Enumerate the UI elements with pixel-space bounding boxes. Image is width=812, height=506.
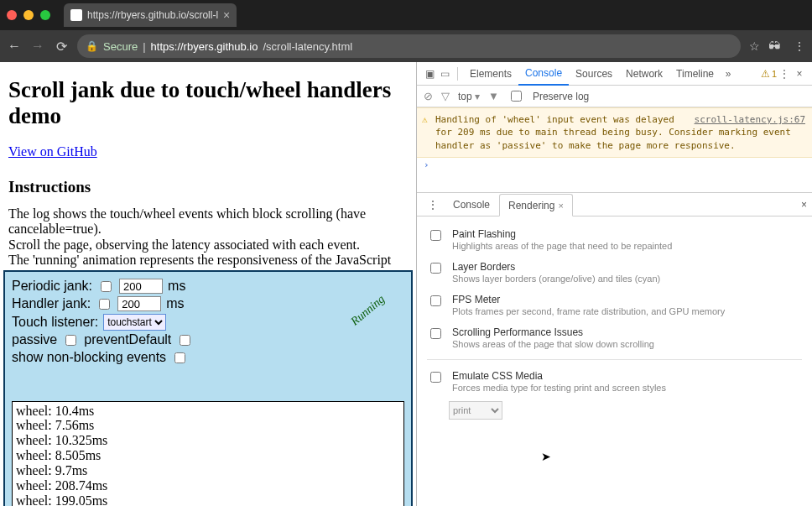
close-window-icon[interactable] (7, 10, 17, 20)
rendering-panel: Paint Flashing Highlights areas of the p… (417, 216, 812, 426)
reload-button[interactable]: ⟳ (54, 39, 69, 55)
drawer-tab-rendering-label: Rendering (508, 200, 554, 211)
filter-icon[interactable]: ▽ (441, 90, 450, 102)
drawer-menu-icon[interactable]: ⋮ (422, 198, 444, 211)
menu-icon[interactable]: ⋮ (794, 39, 805, 53)
warning-count[interactable]: 1 (761, 68, 777, 80)
clear-console-icon[interactable]: ⊘ (424, 90, 433, 102)
tab-sources[interactable]: Sources (569, 62, 619, 86)
layer-borders-checkbox[interactable] (430, 263, 441, 274)
address-bar[interactable]: 🔒 Secure | https://rbyers.github.io/scro… (77, 34, 741, 58)
layer-borders-sub: Shows layer borders (orange/olive) and t… (452, 274, 660, 284)
passive-checkbox[interactable] (65, 335, 76, 346)
close-drawer-tab-icon[interactable]: × (558, 201, 563, 211)
console-output: scroll-latency.js:67 Handling of 'wheel'… (417, 107, 812, 172)
tab-elements[interactable]: Elements (463, 62, 518, 86)
inspect-icon[interactable]: ▣ (422, 68, 437, 80)
tab-timeline[interactable]: Timeline (669, 62, 721, 86)
paint-flashing-sub: Highlights areas of the page that need t… (452, 241, 672, 251)
browser-toolbar: ← → ⟳ 🔒 Secure | https://rbyers.github.i… (0, 30, 812, 62)
log-line: wheel: 208.74ms (16, 478, 400, 493)
tab-title: https://rbyers.github.io/scroll-l (87, 9, 218, 21)
back-button[interactable]: ← (7, 39, 22, 54)
scroll-perf-checkbox[interactable] (430, 328, 441, 339)
devtools-close-icon[interactable]: × (792, 68, 807, 80)
handler-jank-label: Handler jank: (12, 296, 91, 311)
drawer-tabbar: ⋮ Console Rendering × × (417, 193, 812, 216)
emulate-css-media-title: Emulate CSS Media (452, 370, 543, 382)
log-line: wheel: 10.4ms (16, 404, 400, 419)
drawer-tab-console[interactable]: Console (444, 193, 499, 216)
console-prompt[interactable]: › (417, 158, 812, 172)
console-warning[interactable]: scroll-latency.js:67 Handling of 'wheel'… (417, 107, 812, 158)
periodic-jank-checkbox[interactable] (101, 281, 112, 292)
url-path: /scroll-latency.html (263, 40, 353, 53)
instructions-para-3: The 'running' animation represents the r… (8, 253, 408, 268)
instructions-para-2: Scroll the page, observing the latency a… (8, 237, 408, 253)
prevent-default-label: preventDefault (84, 332, 171, 347)
periodic-jank-label: Periodic jank: (12, 279, 92, 294)
maximize-window-icon[interactable] (40, 10, 50, 20)
page-viewport[interactable]: Scroll jank due to touch/wheel handlers … (0, 62, 417, 506)
lock-icon: 🔒 (86, 40, 98, 52)
console-toolbar: ⊘ ▽ top ▼ Preserve log (417, 86, 812, 107)
log-line: wheel: 7.56ms (16, 418, 400, 433)
drawer-tab-rendering[interactable]: Rendering × (499, 194, 573, 216)
devtools-menu-icon[interactable]: ⋮ (777, 68, 792, 80)
log-line: wheel: 10.325ms (16, 433, 400, 448)
device-toggle-icon[interactable]: ▭ (437, 68, 452, 80)
minimize-window-icon[interactable] (23, 10, 34, 20)
close-tab-icon[interactable]: × (223, 8, 230, 22)
warning-source[interactable]: scroll-latency.js:67 (695, 113, 805, 126)
window-controls (7, 10, 50, 20)
fps-meter-sub: Plots frames per second, frame rate dist… (452, 306, 725, 316)
log-line: wheel: 199.05ms (16, 493, 400, 506)
instructions-para-1: The log shows the touch/wheel events whi… (8, 206, 408, 237)
more-tabs-icon[interactable]: » (721, 68, 736, 80)
css-media-select[interactable]: print (449, 401, 502, 420)
forward-button: → (30, 39, 45, 54)
browser-tab[interactable]: https://rbyers.github.io/scroll-l × (64, 3, 237, 27)
level-selector-icon[interactable]: ▼ (488, 90, 499, 102)
scroll-perf-sub: Shows areas of the page that slow down s… (452, 339, 654, 349)
touch-listener-select[interactable]: touchstart (103, 314, 166, 331)
fps-meter-checkbox[interactable] (430, 295, 441, 306)
periodic-jank-unit: ms (168, 279, 185, 294)
github-link[interactable]: View on GitHub (8, 144, 97, 159)
tab-console[interactable]: Console (518, 62, 569, 86)
paint-flashing-checkbox[interactable] (430, 230, 441, 241)
log-line: wheel: 9.7ms (16, 463, 400, 478)
favicon-icon (70, 9, 82, 21)
emulate-css-media-checkbox[interactable] (430, 372, 441, 383)
handler-jank-checkbox[interactable] (99, 299, 110, 310)
handler-jank-input[interactable] (117, 296, 161, 311)
paint-flashing-title: Paint Flashing (452, 228, 516, 240)
preserve-log-checkbox[interactable] (511, 91, 522, 102)
demo-panel: Running Periodic jank: ms Handler jank: … (3, 270, 413, 506)
drawer-close-icon[interactable]: × (801, 199, 807, 211)
emulate-css-media-sub: Forces media type for testing print and … (452, 383, 666, 393)
context-selector[interactable]: top (458, 91, 480, 102)
star-icon[interactable]: ☆ (749, 39, 760, 53)
tab-network[interactable]: Network (619, 62, 669, 86)
preserve-log-label: Preserve log (533, 91, 589, 102)
instructions-heading: Instructions (8, 178, 408, 196)
handler-jank-unit: ms (166, 296, 184, 311)
fps-meter-title: FPS Meter (452, 294, 500, 305)
layer-borders-title: Layer Borders (452, 261, 515, 273)
secure-label: Secure (103, 40, 138, 53)
show-nonblocking-label: show non-blocking events (12, 350, 166, 365)
devtools-tabbar: ▣ ▭ Elements Console Sources Network Tim… (417, 62, 812, 86)
scroll-perf-title: Scrolling Performance Issues (452, 326, 583, 338)
incognito-icon: 🕶 (768, 39, 785, 53)
devtools-drawer: ⋮ Console Rendering × × Paint Flashing H… (417, 192, 812, 506)
prevent-default-checkbox[interactable] (180, 335, 190, 346)
event-log[interactable]: wheel: 10.4ms wheel: 7.56ms wheel: 10.32… (12, 401, 404, 506)
devtools-panel: ▣ ▭ Elements Console Sources Network Tim… (417, 62, 812, 506)
touch-listener-label: Touch listener: (12, 315, 98, 330)
periodic-jank-input[interactable] (119, 279, 163, 294)
page-title: Scroll jank due to touch/wheel handlers … (8, 77, 408, 129)
show-nonblocking-checkbox[interactable] (174, 352, 185, 363)
log-line: wheel: 8.505ms (16, 448, 400, 463)
titlebar: https://rbyers.github.io/scroll-l × (0, 0, 812, 30)
